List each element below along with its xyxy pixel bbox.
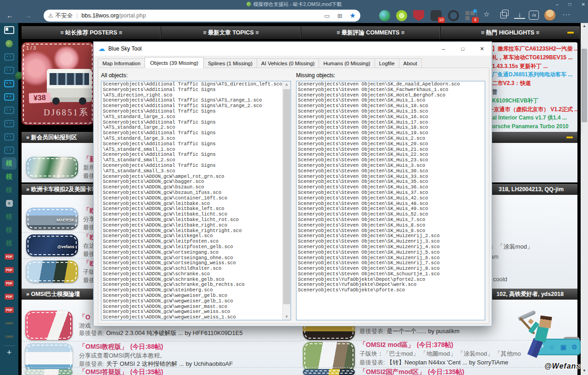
listbox-line[interactable]: Sceneryobjects\Additional Traffic Signs xyxy=(101,109,291,114)
lastpost-link[interactable]: Omsi2 2.3.004 纯净破解版 ... xyxy=(106,330,183,336)
listbox-line[interactable]: Sceneryobjects\Steven Objecten\SK_Huis_2… xyxy=(297,136,485,142)
smiley-icon[interactable]: ☺ xyxy=(549,343,555,351)
listbox-line[interactable]: Sceneryobjects\ADDON_gcW\leitbake_right.… xyxy=(101,223,291,228)
dialog-maximize-icon[interactable]: □ xyxy=(453,42,472,56)
back-icon[interactable]: ← xyxy=(6,8,13,23)
forum-title[interactable]: 「OMSI答疑版」(今日:35帖) xyxy=(79,368,163,375)
lastpost-author[interactable]: by UchihaobitoAF xyxy=(186,360,233,367)
panel-link[interactable]: 】撒库拉车厂CA6123SH2一汽柴 ... xyxy=(492,45,577,53)
page-scrollbar-thumb[interactable] xyxy=(582,49,587,122)
listbox-line[interactable]: Sceneryobjects\Steven Objecten\SK_Huis_3… xyxy=(297,169,485,174)
listbox-line[interactable]: Sceneryobjects\ADDON_gcW\leitbake_licht_… xyxy=(101,217,291,223)
lime-extension-icon[interactable] xyxy=(396,10,407,21)
sidebar-tab-char-icon[interactable]: 模 xyxy=(2,224,17,236)
dialog-tab[interactable]: Objects (39 Missing) xyxy=(145,57,204,68)
sidebar-tab-robot-icon[interactable] xyxy=(2,144,17,156)
image-icon[interactable]: ▣ xyxy=(560,343,566,351)
sidebar-tab-robot-icon[interactable] xyxy=(2,91,17,103)
listbox-line[interactable]: Sceneryobjects\Steven Objecten\SK_Huis_7… xyxy=(297,217,485,223)
nav-section[interactable]: ≡ 最新評論 COMMENTS ≡ xyxy=(301,26,441,39)
listbox-line[interactable]: Sceneryobjects\Steven Objecten\SK_Huis_8… xyxy=(297,223,485,228)
sidebar-tab-robot-icon[interactable] xyxy=(2,131,17,143)
sidebar-tab-char-icon[interactable]: 模 xyxy=(2,157,17,170)
thumbnail-coast-truck[interactable] xyxy=(26,261,78,283)
panel-link[interactable]: 二市V2.3：快道 xyxy=(492,79,577,88)
thumbnail-vefans-truck[interactable]: @vefans xyxy=(26,234,78,256)
forum-title[interactable]: 「OMSI2国产mod区」(今日:135帖) xyxy=(359,368,464,375)
listbox-line[interactable]: \ATS_standard_large_1.sco xyxy=(101,114,291,120)
new-tab-button[interactable]: + xyxy=(0,348,18,358)
sidebar-tab-green-icon[interactable] xyxy=(2,37,17,50)
address-bar[interactable]: ⚠ 不安全 | bbs.18wos.org/portal.php ▭ ⊞ ★ xyxy=(44,10,360,22)
sidebar-tab-robot-icon[interactable] xyxy=(2,64,17,76)
sidebar-tab-robot-icon[interactable] xyxy=(2,117,17,130)
downloads-icon[interactable]: ↓ xyxy=(514,10,525,19)
panel-link[interactable]: 厂鱼通DJ6851系列纯电动客车 ... xyxy=(492,70,577,79)
nav-section[interactable]: ≡ 熱門 HIGHLIGHTS ≡ xyxy=(441,26,580,39)
listbox-line[interactable]: Sceneryobjects\ADDON_gcW\container_10ft.… xyxy=(101,196,291,201)
listbox-line[interactable]: Sceneryobjects\Steven Objecten\SK_Huis_3… xyxy=(297,190,485,196)
sidebar-tab-pdf-icon[interactable]: PDF xyxy=(2,277,17,290)
listbox-line[interactable]: Sceneryobjects\Steven Objecten\SK_Huizen… xyxy=(297,244,485,250)
close-icon[interactable]: ✕ xyxy=(582,2,585,7)
minimize-icon[interactable]: – xyxy=(556,2,559,7)
dialog-tab[interactable]: Map Information xyxy=(98,58,145,68)
nav-collapse-icon[interactable] xyxy=(567,32,574,34)
dialog-tab[interactable]: AI Vehicles (0 Missing) xyxy=(257,58,319,68)
thumbnail-cn-bus[interactable] xyxy=(303,369,355,375)
listbox-line[interactable]: Sceneryobjects\Steven Objecten\SK_Fachwe… xyxy=(297,87,485,93)
listbox-line[interactable]: Sceneryobjects\ADDON_gcW\ortseingang.sco xyxy=(101,250,291,256)
listbox-line[interactable]: Sceneryobjects\Additional Traffic Signs xyxy=(101,163,291,169)
listbox-line[interactable]: Sceneryobjects\Steven Objecten\SK_Huis_4… xyxy=(297,196,485,201)
listbox-line[interactable]: Sceneryobjects\Steven Objecten\SK_Huis_1… xyxy=(297,114,485,120)
listbox-line[interactable]: Sceneryobjects\ADDON_gcW\wegweiser_weiss… xyxy=(101,315,291,320)
sidebar-tab-char-icon[interactable]: OMSI xyxy=(2,317,17,330)
sidebar-tab-robot-icon[interactable] xyxy=(2,51,17,63)
thumbnail-pink-bus[interactable] xyxy=(25,311,73,340)
listbox-line[interactable]: Sceneryobjects\YufaObjekte\pforte.sco xyxy=(297,288,485,293)
sidebar-tab-char-icon[interactable]: 模 xyxy=(2,184,17,196)
listbox-line[interactable]: Sceneryobjects\Steven Objecten\SK_Huis_2… xyxy=(297,142,485,147)
dialog-close-icon[interactable]: ✕ xyxy=(472,42,492,56)
collapse-icon[interactable] xyxy=(566,136,573,138)
listbox-line[interactable]: Sceneryobjects\Steven Objecten\SK_Huizen… xyxy=(297,250,485,256)
sidebar-tab-doc-icon[interactable]: x xyxy=(2,197,17,210)
panel-link[interactable]: orsche Panamera Turbo 2010 xyxy=(492,122,577,131)
lastpost-link[interactable]: 【转】Neoplan N44xx 'Cent ... xyxy=(386,359,467,366)
lastpost-author[interactable]: by pusalikm xyxy=(428,328,460,335)
ring-extension-icon[interactable] xyxy=(448,10,459,21)
bookmark-star-icon[interactable]: ★ xyxy=(350,11,356,20)
dialog-tab[interactable]: Humans (0 Missing) xyxy=(319,58,375,68)
forum-title[interactable]: 「O xyxy=(79,313,90,322)
dialog-titlebar[interactable]: ☁ Blue Sky Tool – □ ✕ xyxy=(94,42,492,56)
all-objects-listbox[interactable]: Sceneryobjects\Additional Traffic Signs\… xyxy=(101,81,291,320)
lastpost-link[interactable]: 关于 OMSI 2 这种报错的解 ... xyxy=(106,360,184,367)
sidebar-tab-tab-icon[interactable] xyxy=(2,24,17,36)
forum-title[interactable]: 「OMSI教程版」(今日:88帖) xyxy=(79,343,163,351)
listbox-line[interactable]: Sceneryobjects\Steven Objecten\SK_Huis_3… xyxy=(297,163,485,169)
dialog-minimize-icon[interactable]: – xyxy=(434,42,453,56)
security-warning-icon[interactable]: ⚠ xyxy=(48,12,53,19)
scroll-up-icon[interactable]: ▲ xyxy=(581,24,588,28)
panel-link[interactable]: -京通市（虚拟北京市） V1.2正式 ... xyxy=(492,105,577,114)
sidebar-tab-char-icon[interactable]: 模 xyxy=(2,210,17,223)
panel-link[interactable]: K6109CHEVB补丁 xyxy=(492,97,577,105)
listbox-scrollbar[interactable]: ∧ ∨ xyxy=(282,81,291,320)
dialog-tab[interactable]: Splines (1 Missing) xyxy=(203,58,257,68)
math-solver-icon[interactable]: √x xyxy=(529,11,539,20)
scrollbar-up-icon[interactable]: ∧ xyxy=(283,83,291,87)
thumbnail-maersk-truck[interactable]: MAERSK xyxy=(26,208,78,230)
profile-avatar[interactable] xyxy=(544,10,555,21)
sidebar-tab-pdf-icon[interactable]: PDF xyxy=(2,250,17,263)
collections-icon[interactable] xyxy=(500,12,507,18)
listbox-line[interactable]: Sceneryobjects\Steven Objecten\SK_schuur… xyxy=(297,272,485,277)
maximize-icon[interactable]: □ xyxy=(569,2,571,7)
lastpost-link[interactable]: 是一个一个...... xyxy=(386,328,426,335)
nav-section[interactable]: ≡ 站长推荐 POSTERS ≡ xyxy=(22,26,161,39)
panel-link[interactable]: 1.43.3.15s 更新补丁 ... xyxy=(492,62,577,71)
sidebar-tab-char-icon[interactable]: 模 xyxy=(2,237,17,250)
lastpost-author[interactable]: by HFF6110K09D1E5 xyxy=(185,330,242,336)
carousel-banner[interactable]: 1 / 3 ¥38 DJ6851系 xyxy=(22,42,94,125)
sidebar-tab-char-icon[interactable]: 模 xyxy=(2,170,17,183)
translate-icon[interactable]: ⊞ xyxy=(337,12,342,19)
